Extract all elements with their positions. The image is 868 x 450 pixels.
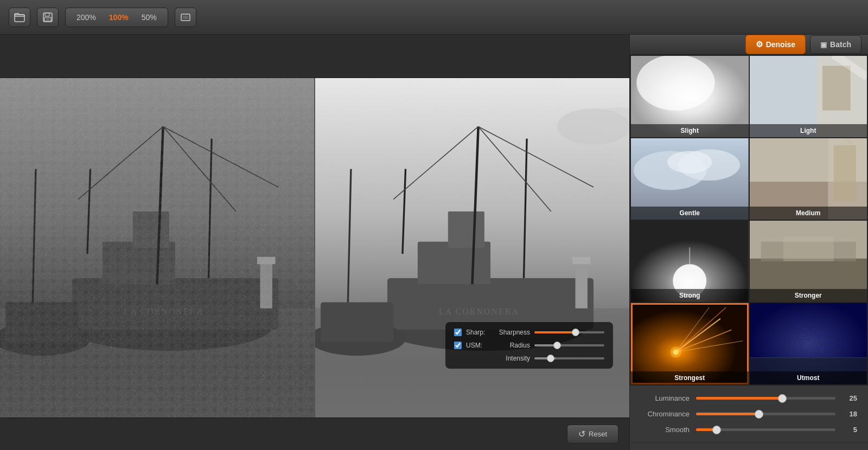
preset-strong[interactable]: Strong xyxy=(631,221,749,302)
radius-name: Radius xyxy=(492,342,530,349)
smooth-label: Smooth xyxy=(641,426,690,434)
denoise-tab[interactable]: ⚙ Denoise xyxy=(745,35,806,54)
smooth-row: Smooth 5 xyxy=(641,426,857,434)
preset-strongest-label: Strongest xyxy=(631,371,749,384)
svg-rect-4 xyxy=(46,18,49,21)
svg-rect-41 xyxy=(576,260,588,308)
usm-label: USM: xyxy=(466,342,488,349)
preset-stronger-label: Stronger xyxy=(750,289,867,302)
intensity-slider[interactable] xyxy=(534,357,604,359)
svg-line-35 xyxy=(478,126,551,211)
preset-medium[interactable]: Medium xyxy=(750,138,867,220)
preset-gentle-label: Gentle xyxy=(631,207,749,220)
image-area: LA CORNONERA xyxy=(0,35,629,450)
svg-rect-39 xyxy=(321,303,393,342)
save-button[interactable] xyxy=(37,8,59,27)
image-reset-label: Reset xyxy=(589,430,607,438)
batch-tab[interactable]: ▣ Batch xyxy=(810,35,861,54)
sharp-label: Sharp: xyxy=(466,329,488,336)
chrominance-value: 18 xyxy=(842,410,857,418)
zoom-100-button[interactable]: 100% xyxy=(105,13,133,22)
usm-checkbox[interactable] xyxy=(454,342,462,349)
luminance-row: Luminance 25 xyxy=(641,394,857,402)
chrominance-label: Chrominance xyxy=(641,410,690,418)
fit-button[interactable] xyxy=(175,8,196,27)
denoise-tab-label: Denoise xyxy=(766,40,795,49)
preset-stronger[interactable]: Stronger xyxy=(750,221,867,302)
usm-control-row: USM: Radius xyxy=(454,342,604,349)
gear-icon: ⚙ xyxy=(756,40,763,49)
before-panel: LA CORNONERA xyxy=(0,78,315,417)
image-header xyxy=(0,35,629,78)
chrominance-slider[interactable] xyxy=(696,413,835,415)
luminance-value: 25 xyxy=(842,394,857,402)
sharpness-slider[interactable] xyxy=(534,331,604,333)
smooth-value: 5 xyxy=(842,426,857,434)
batch-tab-label: Batch xyxy=(830,40,851,49)
bottom-bar: ↺ Reset xyxy=(0,417,629,450)
svg-rect-31 xyxy=(448,211,484,248)
svg-line-33 xyxy=(524,139,527,278)
smooth-slider[interactable] xyxy=(696,428,835,431)
preset-slight[interactable]: Slight xyxy=(631,56,749,137)
zoom-200-button[interactable]: 200% xyxy=(72,13,100,22)
before-image: LA CORNONERA xyxy=(0,78,314,417)
after-image: LA CORNONERA Sharp: Sharpness xyxy=(315,78,629,417)
preset-light-label: Light xyxy=(750,124,867,137)
zoom-controls: 200% 100% 50% xyxy=(65,8,168,27)
svg-rect-30 xyxy=(418,242,490,284)
chrominance-row: Chrominance 18 xyxy=(641,410,857,418)
preset-light[interactable]: Light xyxy=(750,56,867,137)
sharpness-name: Sharpness xyxy=(492,329,530,336)
intensity-name: Intensity xyxy=(492,355,530,362)
reset-icon: ↺ xyxy=(578,429,585,439)
preset-utmost[interactable]: Utmost xyxy=(750,303,867,384)
image-controls: Sharp: Sharpness USM: Radius xyxy=(445,322,613,369)
svg-line-34 xyxy=(403,169,406,254)
svg-rect-2 xyxy=(45,13,49,16)
preset-strongest[interactable]: Strongest xyxy=(631,303,749,384)
radius-slider[interactable] xyxy=(534,344,604,346)
preset-slight-label: Slight xyxy=(631,124,749,137)
preset-gentle[interactable]: Gentle xyxy=(631,138,749,220)
image-reset-button[interactable]: ↺ Reset xyxy=(567,425,618,443)
svg-text:LA CORNONERA: LA CORNONERA xyxy=(439,307,519,316)
luminance-label: Luminance xyxy=(641,394,690,402)
preset-medium-label: Medium xyxy=(750,207,867,220)
svg-rect-6 xyxy=(183,16,188,19)
image-container: LA CORNONERA xyxy=(0,78,629,417)
preset-utmost-label: Utmost xyxy=(750,371,867,384)
svg-line-40 xyxy=(348,169,351,303)
after-panel: LA CORNONERA Sharp: Sharpness xyxy=(315,78,629,417)
svg-line-36 xyxy=(393,126,478,199)
svg-rect-25 xyxy=(0,78,314,417)
luminance-slider[interactable] xyxy=(696,397,835,400)
right-panel: ⚙ Denoise ▣ Batch Slight xyxy=(629,35,868,450)
main-area: LA CORNONERA xyxy=(0,35,868,450)
intensity-control-row: Intensity xyxy=(454,355,604,362)
toolbar: 200% 100% 50% xyxy=(0,0,868,35)
svg-rect-0 xyxy=(15,15,24,22)
sharp-checkbox[interactable] xyxy=(454,329,462,336)
sharpness-control-row: Sharp: Sharpness xyxy=(454,329,604,336)
batch-icon: ▣ xyxy=(820,41,827,49)
open-button[interactable] xyxy=(9,8,30,27)
zoom-50-button[interactable]: 50% xyxy=(137,13,161,22)
panel-tabs: ⚙ Denoise ▣ Batch xyxy=(630,35,868,55)
sliders-panel: Luminance 25 Chrominance 18 Smooth 5 xyxy=(630,385,868,442)
svg-rect-42 xyxy=(572,257,591,264)
preset-strong-label: Strong xyxy=(631,289,749,302)
preset-grid: Slight Light xyxy=(630,55,868,385)
panel-bottom: ↺ Reset xyxy=(630,442,868,450)
